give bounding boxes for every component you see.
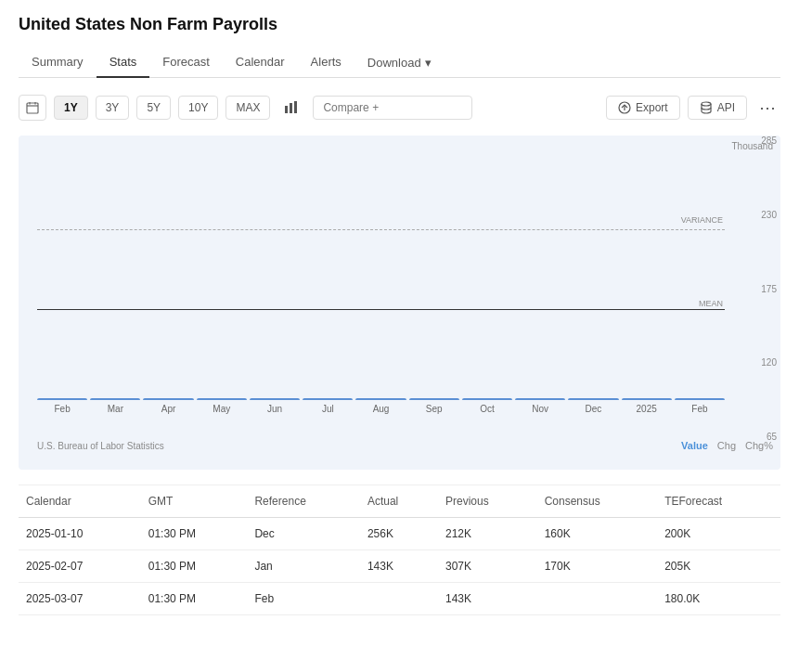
bar-oct: Oct bbox=[462, 398, 512, 414]
page-title: United States Non Farm Payrolls bbox=[19, 15, 780, 34]
cell-gmt-2: 01:30 PM bbox=[141, 550, 248, 583]
export-label: Export bbox=[636, 101, 668, 114]
bars-container: Feb Mar Apr May Jun Jul bbox=[37, 145, 725, 414]
bar-sep: Sep bbox=[409, 398, 459, 414]
table-row: 2025-01-10 01:30 PM Dec 256K 212K 160K 2… bbox=[19, 518, 780, 550]
legend-value[interactable]: Value bbox=[681, 440, 708, 451]
bar-aug-label: Aug bbox=[373, 404, 390, 414]
export-icon bbox=[618, 101, 631, 114]
cell-previous-2: 307K bbox=[438, 550, 537, 583]
cell-actual-3 bbox=[360, 583, 438, 615]
bar-jun: Jun bbox=[250, 398, 300, 414]
toolbar: 1Y 3Y 5Y 10Y MAX Export bbox=[19, 89, 780, 126]
tab-forecast[interactable]: Forecast bbox=[149, 47, 223, 78]
more-options-btn[interactable]: ⋯ bbox=[754, 95, 780, 121]
svg-rect-5 bbox=[290, 103, 292, 113]
cell-teforecast-1: 200K bbox=[657, 518, 780, 550]
tab-summary[interactable]: Summary bbox=[19, 47, 97, 78]
table-row: 2025-02-07 01:30 PM Jan 143K 307K 170K 2… bbox=[19, 550, 780, 583]
col-previous: Previous bbox=[438, 485, 537, 518]
calendar-icon-btn[interactable] bbox=[19, 95, 46, 121]
bar-aug-rect[interactable] bbox=[355, 398, 406, 400]
col-reference: Reference bbox=[247, 485, 360, 518]
bar-feb-2-label: Feb bbox=[691, 404, 707, 414]
period-1y-btn[interactable]: 1Y bbox=[54, 96, 88, 120]
cell-previous-1: 212K bbox=[438, 518, 537, 550]
y-label-285: 285 bbox=[761, 136, 777, 146]
bar-jun-rect[interactable] bbox=[250, 398, 300, 400]
bar-may-label: May bbox=[213, 404, 230, 414]
bar-feb-1-rect[interactable] bbox=[37, 398, 87, 400]
legend-chg-pct[interactable]: Chg% bbox=[745, 440, 773, 451]
bar-nov-rect[interactable] bbox=[515, 398, 565, 400]
mean-label: MEAN bbox=[699, 299, 723, 308]
cell-calendar-1: 2025-01-10 bbox=[19, 518, 141, 550]
bar-nov-label: Nov bbox=[532, 404, 548, 414]
tab-download[interactable]: Download ▾ bbox=[354, 48, 445, 77]
cell-previous-3: 143K bbox=[438, 583, 537, 615]
cell-reference-1: Dec bbox=[247, 518, 360, 550]
bar-chart-icon bbox=[284, 100, 299, 115]
database-icon bbox=[700, 101, 713, 114]
bar-apr-rect[interactable] bbox=[143, 398, 193, 400]
calendar-icon bbox=[26, 101, 39, 114]
compare-input[interactable] bbox=[313, 96, 472, 120]
period-3y-btn[interactable]: 3Y bbox=[96, 96, 130, 120]
bar-2025-label: 2025 bbox=[637, 404, 657, 414]
tab-stats[interactable]: Stats bbox=[97, 47, 150, 78]
bar-2025: 2025 bbox=[622, 398, 672, 414]
table-header-row: Calendar GMT Reference Actual Previous C… bbox=[19, 485, 780, 518]
chart-area: Thousand 285 230 175 120 65 MEAN VARIANC… bbox=[19, 136, 780, 470]
col-calendar: Calendar bbox=[19, 485, 141, 518]
period-10y-btn[interactable]: 10Y bbox=[178, 96, 218, 120]
tab-calendar[interactable]: Calendar bbox=[223, 47, 298, 78]
chevron-down-icon: ▾ bbox=[425, 56, 432, 70]
bar-nov: Nov bbox=[515, 398, 565, 414]
bar-2025-rect[interactable] bbox=[622, 398, 672, 400]
bar-apr: Apr bbox=[143, 398, 193, 414]
export-btn[interactable]: Export bbox=[606, 96, 680, 120]
bar-oct-rect[interactable] bbox=[462, 398, 512, 400]
bar-mar-label: Mar bbox=[108, 404, 123, 414]
cell-calendar-3: 2025-03-07 bbox=[19, 583, 141, 615]
bar-jul: Jul bbox=[303, 398, 353, 414]
svg-rect-6 bbox=[294, 101, 297, 113]
chart-type-btn[interactable] bbox=[277, 95, 305, 121]
bar-apr-label: Apr bbox=[161, 404, 176, 414]
bar-feb-1: Feb bbox=[37, 398, 87, 414]
bar-mar-rect[interactable] bbox=[90, 398, 140, 400]
table-row: 2025-03-07 01:30 PM Feb 143K 180.0K bbox=[19, 583, 780, 615]
variance-line bbox=[37, 229, 725, 230]
bar-dec: Dec bbox=[568, 398, 618, 414]
cell-teforecast-3: 180.0K bbox=[657, 583, 780, 615]
period-max-btn[interactable]: MAX bbox=[226, 96, 270, 120]
cell-reference-2: Jan bbox=[247, 550, 360, 583]
chart-source: U.S. Bureau of Labor Statistics bbox=[37, 441, 164, 451]
bar-feb-1-label: Feb bbox=[55, 404, 71, 414]
bar-feb-2: Feb bbox=[675, 398, 725, 414]
col-teforecast: TEForecast bbox=[657, 485, 780, 518]
mean-line bbox=[37, 309, 725, 310]
period-5y-btn[interactable]: 5Y bbox=[136, 96, 171, 120]
svg-point-9 bbox=[702, 102, 711, 106]
cell-reference-3: Feb bbox=[247, 583, 360, 615]
tab-alerts[interactable]: Alerts bbox=[298, 47, 354, 78]
api-btn[interactable]: API bbox=[688, 96, 747, 120]
cell-gmt-3: 01:30 PM bbox=[141, 583, 248, 615]
y-axis: 285 230 175 120 65 bbox=[761, 136, 780, 442]
svg-rect-4 bbox=[285, 106, 288, 113]
bar-jul-label: Jul bbox=[322, 404, 334, 414]
bar-mar: Mar bbox=[90, 398, 140, 414]
bar-sep-rect[interactable] bbox=[409, 398, 459, 400]
cell-consensus-2: 170K bbox=[537, 550, 657, 583]
bar-feb-2-rect[interactable] bbox=[675, 398, 725, 400]
bar-may-rect[interactable] bbox=[197, 398, 247, 400]
cell-consensus-3 bbox=[537, 583, 657, 615]
page-wrapper: United States Non Farm Payrolls Summary … bbox=[0, 0, 799, 630]
bar-jun-label: Jun bbox=[267, 404, 282, 414]
tabs-bar: Summary Stats Forecast Calendar Alerts D… bbox=[19, 47, 780, 78]
bar-dec-rect[interactable] bbox=[568, 398, 618, 400]
chart-legend: Value Chg Chg% bbox=[681, 440, 773, 451]
legend-chg[interactable]: Chg bbox=[717, 440, 736, 451]
bar-jul-rect[interactable] bbox=[303, 398, 353, 400]
